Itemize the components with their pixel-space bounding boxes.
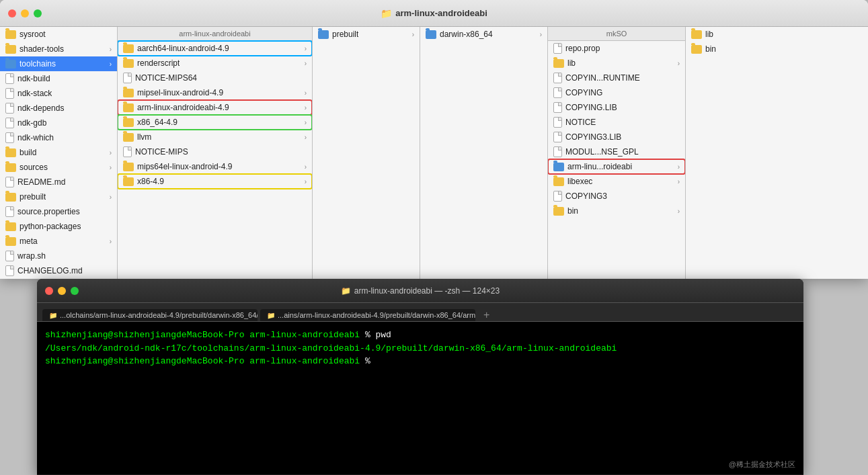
terminal-window-controls: [45, 287, 79, 295]
window-controls: [8, 9, 42, 17]
prompt-path: arm-linux-androideabi: [249, 330, 360, 340]
arrow-icon: ›: [305, 134, 307, 141]
finder-title: 📁 arm-linux-androideabi: [381, 8, 487, 19]
list-item[interactable]: prebuilt ›: [0, 189, 117, 204]
list-item[interactable]: renderscript ›: [118, 56, 312, 71]
folder-icon-title: 📁: [381, 8, 392, 19]
prompt-user-2: shizhenjiang@shizhenjiangdeMacBook-Pro: [45, 356, 244, 366]
list-item[interactable]: CHANGELOG.md: [0, 263, 117, 278]
terminal-line-3: shizhenjiang@shizhenjiangdeMacBook-Pro a…: [45, 355, 795, 368]
arrow-icon: ›: [110, 60, 112, 68]
list-item[interactable]: ndk-stack: [0, 86, 117, 101]
list-item[interactable]: meta ›: [0, 234, 117, 249]
terminal-window: 📁 arm-linux-androideabi — -zsh — 124×23 …: [37, 279, 803, 475]
arrow-icon: ›: [678, 208, 680, 215]
terminal-title-text: arm-linux-androideabi — -zsh — 124×23: [354, 286, 500, 296]
terminal-tab-1[interactable]: 📁 ...olchains/arm-linux-androideabi-4.9/…: [42, 309, 258, 321]
list-item-arm-mkso[interactable]: arm-linu...roideabi ›: [548, 159, 685, 174]
title-text: arm-linux-androideabi: [395, 8, 487, 18]
list-item-x86[interactable]: x86-4.9 ›: [118, 174, 312, 189]
column-panel-5: mkSO repo.prop lib › COPYIN...RUNTIME CO…: [548, 27, 686, 279]
column-panel-3: prebuilt ›: [313, 27, 420, 279]
arrow-icon: ›: [110, 193, 112, 201]
arrow-icon: ›: [540, 31, 542, 38]
list-item[interactable]: bin ›: [548, 204, 685, 218]
terminal-body[interactable]: shizhenjiang@shizhenjiangdeMacBook-Pro a…: [37, 322, 803, 474]
list-item[interactable]: NOTICE-MIPS: [118, 144, 312, 159]
list-item[interactable]: ndk-depends: [0, 101, 117, 116]
tab-2-label: ...ains/arm-linux-androideabi-4.9/prebui…: [278, 311, 475, 319]
prompt-user: shizhenjiang@shizhenjiangdeMacBook-Pro: [45, 330, 244, 340]
column-header-5: mkSO: [548, 27, 685, 41]
list-item-arm[interactable]: arm-linux-androideabi-4.9 ›: [118, 100, 312, 115]
list-item-toolchains[interactable]: toolchains ›: [0, 56, 117, 71]
column-panel-6: lib bin: [686, 27, 740, 279]
list-item[interactable]: shader-tools ›: [0, 42, 117, 56]
close-button[interactable]: [8, 9, 16, 17]
prompt-path-2: arm-linux-androideabi: [249, 356, 360, 366]
tab-folder-icon-2: 📁: [267, 312, 275, 319]
list-item[interactable]: mips64el-linux-android-4.9 ›: [118, 159, 312, 174]
terminal-tabs-bar: 📁 ...olchains/arm-linux-androideabi-4.9/…: [37, 303, 803, 322]
maximize-button[interactable]: [34, 9, 42, 17]
arrow-icon: ›: [110, 149, 112, 157]
terminal-line-2: /Users/ndk/android-ndk-r17c/toolchains/a…: [45, 342, 795, 355]
cmd-text: % pwd: [365, 330, 391, 340]
list-item[interactable]: ndk-build: [0, 71, 117, 86]
list-item-copying[interactable]: COPYING: [548, 85, 685, 100]
terminal-tab-2[interactable]: 📁 ...ains/arm-linux-androideabi-4.9/preb…: [260, 309, 475, 321]
list-item[interactable]: lib ›: [548, 56, 685, 71]
terminal-icon: 📁: [341, 286, 351, 296]
terminal-title: 📁 arm-linux-androideabi — -zsh — 124×23: [341, 286, 500, 296]
list-item[interactable]: lib: [686, 27, 740, 42]
arrow-icon: ›: [110, 164, 112, 171]
arrow-icon: ›: [110, 46, 112, 53]
arrow-icon: ›: [305, 60, 307, 67]
cmd-text-2: %: [365, 356, 370, 366]
list-item[interactable]: COPYING.LIB: [548, 100, 685, 115]
list-item[interactable]: source.properties: [0, 204, 117, 219]
arrow-icon: ›: [678, 163, 680, 171]
new-tab-button[interactable]: +: [481, 309, 492, 321]
list-item-darwin[interactable]: darwin-x86_64 ›: [420, 27, 547, 42]
list-item[interactable]: ndk-which: [0, 130, 117, 145]
finder-content: sysroot shader-tools › toolchains › ndk-…: [0, 27, 868, 279]
list-item[interactable]: wrap.sh: [0, 249, 117, 263]
terminal-toolbar: 📁 arm-linux-androideabi — -zsh — 124×23: [37, 279, 803, 303]
arrow-icon: ›: [678, 178, 680, 185]
terminal-close-button[interactable]: [45, 287, 53, 295]
list-item[interactable]: COPYING3: [548, 189, 685, 204]
arrow-icon: ›: [110, 238, 112, 245]
column-panel-4: darwin-x86_64 ›: [420, 27, 548, 279]
list-item[interactable]: repo.prop: [548, 41, 685, 56]
list-item[interactable]: README.md: [0, 175, 117, 189]
list-item[interactable]: bin: [686, 42, 740, 56]
list-item[interactable]: libexec ›: [548, 174, 685, 189]
list-item[interactable]: MODUL...NSE_GPL: [548, 144, 685, 159]
list-item-x86-64[interactable]: x86_64-4.9 ›: [118, 115, 312, 130]
list-item[interactable]: build ›: [0, 145, 117, 160]
list-item[interactable]: ndk-gdb: [0, 116, 117, 130]
arrow-icon: ›: [305, 163, 307, 171]
list-item[interactable]: COPYIN...RUNTIME: [548, 71, 685, 85]
output-text: /Users/ndk/android-ndk-r17c/toolchains/a…: [45, 343, 617, 353]
list-item[interactable]: NOTICE-MIPS64: [118, 71, 312, 85]
list-item[interactable]: COPYING3.LIB: [548, 130, 685, 144]
list-item-aarch64[interactable]: aarch64-linux-android-4.9 ›: [118, 41, 312, 56]
list-item[interactable]: mipsel-linux-android-4.9 ›: [118, 85, 312, 100]
list-item[interactable]: NOTICE: [548, 115, 685, 130]
tab-folder-icon: 📁: [49, 312, 57, 319]
list-item[interactable]: sysroot: [0, 27, 117, 42]
list-item[interactable]: python-packages: [0, 219, 117, 234]
column-panel-1: sysroot shader-tools › toolchains › ndk-…: [0, 27, 118, 279]
list-item[interactable]: sources ›: [0, 160, 117, 175]
list-item[interactable]: llvm ›: [118, 130, 312, 144]
terminal-minimize-button[interactable]: [58, 287, 66, 295]
list-item-prebuilt[interactable]: prebuilt ›: [313, 27, 420, 42]
arrow-icon: ›: [305, 119, 307, 126]
terminal-maximize-button[interactable]: [71, 287, 79, 295]
arrow-icon: ›: [412, 31, 414, 38]
terminal-line-1: shizhenjiang@shizhenjiangdeMacBook-Pro a…: [45, 329, 795, 342]
arrow-icon: ›: [305, 178, 307, 185]
minimize-button[interactable]: [21, 9, 29, 17]
